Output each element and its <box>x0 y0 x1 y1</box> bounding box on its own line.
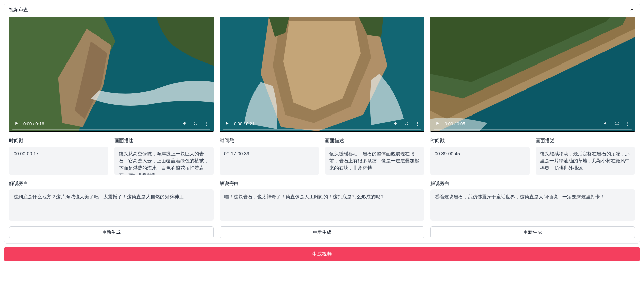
collapse-toggle[interactable] <box>629 7 635 13</box>
video-time: 0:00 / 0:16 <box>23 121 44 126</box>
narration-input[interactable] <box>220 189 424 221</box>
more-button[interactable] <box>203 120 210 128</box>
play-button[interactable] <box>12 120 20 128</box>
regenerate-button[interactable]: 重新生成 <box>220 226 424 238</box>
clip-card: 0:00 / 0:16 时间戳 <box>9 17 214 238</box>
narration-label: 解说旁白 <box>430 181 635 187</box>
more-icon <box>206 122 207 126</box>
video-progress[interactable] <box>12 129 210 130</box>
clip-cards: 0:00 / 0:16 时间戳 <box>9 17 635 238</box>
video-poster <box>9 17 214 131</box>
timestamp-label: 时间戳 <box>220 138 319 144</box>
more-icon <box>627 122 628 126</box>
narration-input[interactable] <box>9 189 214 221</box>
scene-desc-label: 画面描述 <box>114 138 214 144</box>
panel-header: 视频审查 <box>9 7 635 13</box>
video-review-panel: 视频审查 <box>4 3 640 244</box>
scene-desc-input[interactable] <box>325 147 424 175</box>
chevron-up-icon <box>629 7 634 13</box>
video-player[interactable]: 0:00 / 0:21 <box>220 17 424 132</box>
timestamp-input[interactable] <box>220 147 319 175</box>
video-poster <box>220 17 424 131</box>
play-icon <box>224 121 230 127</box>
volume-button[interactable] <box>392 120 399 128</box>
video-time: 0:00 / 0:05 <box>445 121 465 126</box>
volume-icon <box>393 121 398 127</box>
narration-input[interactable] <box>430 189 635 221</box>
clip-card: 0:00 / 0:21 时间戳 <box>220 17 424 238</box>
volume-button[interactable] <box>602 120 610 128</box>
timestamp-input[interactable] <box>9 147 108 175</box>
volume-icon <box>182 121 188 127</box>
more-button[interactable] <box>624 120 632 128</box>
fullscreen-icon <box>614 121 620 127</box>
timestamp-label: 时间戳 <box>9 138 108 144</box>
fullscreen-icon <box>404 121 409 127</box>
video-player[interactable]: 0:00 / 0:16 <box>9 17 214 132</box>
panel-title: 视频审查 <box>9 7 28 13</box>
play-icon <box>435 121 440 127</box>
scene-desc-label: 画面描述 <box>325 138 424 144</box>
fullscreen-button[interactable] <box>192 120 199 128</box>
volume-button[interactable] <box>181 120 189 128</box>
timestamp-input[interactable] <box>430 147 530 175</box>
scene-desc-label: 画面描述 <box>536 138 635 144</box>
scene-desc-input[interactable] <box>114 147 214 175</box>
scene-desc-input[interactable] <box>536 147 635 175</box>
video-progress[interactable] <box>434 129 632 130</box>
video-time: 0:00 / 0:21 <box>234 121 254 126</box>
fullscreen-icon <box>193 121 198 127</box>
video-poster <box>430 17 635 131</box>
play-button[interactable] <box>434 120 441 128</box>
more-button[interactable] <box>413 120 421 128</box>
play-icon <box>14 121 19 127</box>
volume-icon <box>603 121 609 127</box>
narration-label: 解说旁白 <box>9 181 214 187</box>
fullscreen-button[interactable] <box>403 120 410 128</box>
clip-card: 0:00 / 0:05 时间戳 <box>430 17 635 238</box>
regenerate-button[interactable]: 重新生成 <box>430 226 635 238</box>
fullscreen-button[interactable] <box>613 120 621 128</box>
regenerate-button[interactable]: 重新生成 <box>9 226 214 238</box>
generate-video-button[interactable]: 生成视频 <box>4 247 640 261</box>
play-button[interactable] <box>223 120 231 128</box>
narration-label: 解说旁白 <box>220 181 424 187</box>
more-icon <box>417 122 418 126</box>
video-progress[interactable] <box>223 129 421 130</box>
timestamp-label: 时间戳 <box>430 138 530 144</box>
video-player[interactable]: 0:00 / 0:05 <box>430 17 635 132</box>
